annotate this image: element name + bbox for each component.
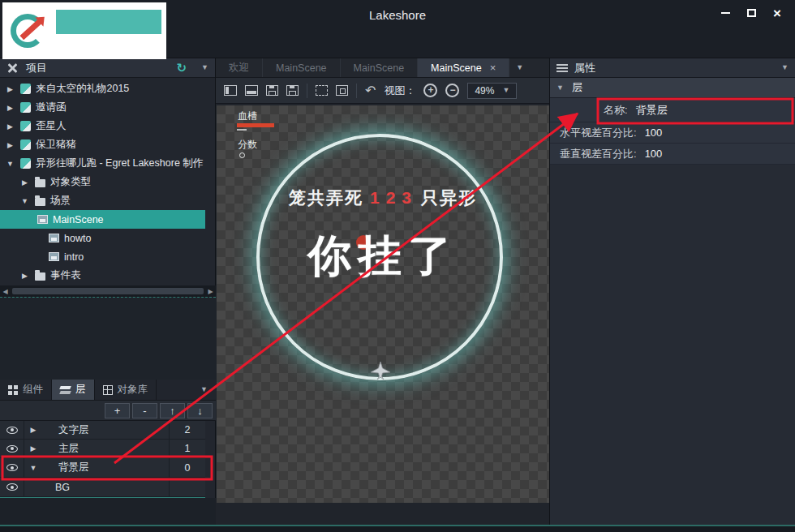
tree-item-scene[interactable]: intro <box>0 247 205 266</box>
tab-label: MainScene <box>431 62 482 74</box>
layer-depth <box>169 478 205 496</box>
collapsed-arrow-icon[interactable]: ▶ <box>24 426 42 434</box>
project-panel-header: 项目 ↻ ▼ <box>0 58 215 78</box>
tab-components[interactable]: 组件 <box>0 380 52 400</box>
tree-item-project[interactable]: ▶ 保卫猪猪 <box>0 135 205 154</box>
tab-mainscene-2[interactable]: MainScene <box>341 58 419 77</box>
panel-tabs-caret-icon[interactable]: ▼ <box>200 386 208 393</box>
property-label: 名称: <box>604 103 628 118</box>
align-panel-bottom-icon[interactable] <box>245 85 258 96</box>
tab-label: 组件 <box>23 383 43 397</box>
property-value-parallax-x[interactable]: 100 <box>645 127 663 139</box>
collapsed-arrow-icon[interactable]: ▶ <box>19 272 30 280</box>
undo-icon[interactable]: ↶ <box>365 84 376 97</box>
collapsed-arrow-icon[interactable]: ▶ <box>24 444 42 453</box>
zoom-level-value: 49% <box>475 85 494 97</box>
eye-icon <box>6 427 18 434</box>
visibility-toggle[interactable] <box>0 478 24 496</box>
maximize-button[interactable] <box>740 3 763 23</box>
property-row-parallax-x[interactable]: 水平视差百分比: 100 <box>550 122 795 144</box>
tree-item-project[interactable]: ▶ 歪星人 <box>0 117 205 135</box>
project-tree: ▶ 来自太空的礼物2015 ▶ 邀请函 ▶ 歪星人 ▶ 保卫猪猪 ▼ <box>0 79 205 285</box>
tree-item-label: 歪星人 <box>36 119 67 133</box>
property-row-parallax-y[interactable]: 垂直视差百分比: 100 <box>550 144 795 165</box>
layer-row-main[interactable]: ▶ 主层 1 <box>0 440 205 458</box>
tree-item-folder[interactable]: ▶ 对象类型 <box>0 173 205 191</box>
minimize-button[interactable] <box>714 3 737 23</box>
layer-move-up-button[interactable]: ↑ <box>160 403 185 418</box>
tab-label: 欢迎 <box>229 61 249 75</box>
properties-menu-caret-icon[interactable]: ▼ <box>781 64 789 71</box>
zoom-level-select[interactable]: 49% ▼ <box>467 83 517 99</box>
layer-move-down-button[interactable]: ↓ <box>187 403 213 418</box>
folder-icon <box>35 198 45 206</box>
expanded-arrow-icon[interactable]: ▼ <box>24 464 42 472</box>
collapsed-arrow-icon[interactable]: ▶ <box>19 178 30 187</box>
tree-item-project[interactable]: ▼ 异形往哪儿跑 - Egret Lakeshore 制作 <box>0 154 205 173</box>
save-icon[interactable] <box>266 85 278 96</box>
tab-close-icon[interactable]: × <box>490 62 496 73</box>
scroll-left-icon[interactable]: ◀ <box>0 288 11 295</box>
tree-item-folder[interactable]: ▶ 事件表 <box>0 266 205 285</box>
layer-name: 文字层 <box>42 423 169 437</box>
property-value-parallax-y[interactable]: 100 <box>645 148 663 160</box>
player-ship-sprite <box>371 362 390 380</box>
property-value-name[interactable]: 背景层 <box>636 103 668 118</box>
tree-item-project[interactable]: ▶ 来自太空的礼物2015 <box>0 79 205 98</box>
tab-layers[interactable]: 层 <box>52 380 95 400</box>
property-row-name[interactable]: 名称: 背景层 <box>550 98 795 122</box>
tree-item-scene-selected[interactable]: MainScene <box>0 210 205 229</box>
visibility-toggle[interactable] <box>0 421 24 439</box>
minimize-icon <box>721 12 730 14</box>
refresh-icon[interactable]: ↻ <box>177 61 187 75</box>
tab-mainscene-active[interactable]: MainScene × <box>418 58 509 77</box>
collapsed-arrow-icon[interactable]: ▶ <box>5 104 15 112</box>
layer-row-background[interactable]: ▼ 背景层 0 <box>0 458 205 478</box>
editor-canvas[interactable]: 血槽 分数 笼共弄死123只异形 你挂了 <box>217 105 549 503</box>
project-icon <box>20 158 31 169</box>
zoom-in-icon[interactable]: + <box>423 84 437 97</box>
layer-list: ▶ 文字层 2 ▶ 主层 1 ▼ 背景层 0 BG <box>0 421 205 498</box>
scroll-right-icon[interactable]: ▶ <box>205 288 216 295</box>
layer-section-header[interactable]: ▼ 层 <box>550 78 795 98</box>
layer-row-bg-child[interactable]: BG <box>0 478 205 497</box>
fit-view-icon[interactable] <box>336 85 348 96</box>
layer-add-button[interactable]: + <box>105 403 130 418</box>
tab-welcome[interactable]: 欢迎 <box>216 58 263 77</box>
tree-horizontal-scrollbar[interactable]: ◀ ▶ <box>0 285 216 297</box>
tab-label: 层 <box>75 383 86 397</box>
properties-icon <box>556 63 568 72</box>
tab-mainscene-1[interactable]: MainScene <box>263 58 341 77</box>
tab-label: 对象库 <box>118 383 148 397</box>
layer-remove-button[interactable]: - <box>132 403 157 418</box>
selection-marquee-icon[interactable] <box>316 85 328 96</box>
zoom-out-icon[interactable]: − <box>445 84 459 97</box>
project-icon <box>20 102 31 113</box>
collapsed-arrow-icon[interactable]: ▶ <box>5 85 15 93</box>
section-expanded-arrow-icon[interactable]: ▼ <box>556 84 564 92</box>
kill-count-prefix: 笼共弄死 <box>289 188 363 207</box>
project-menu-caret-icon[interactable]: ▼ <box>201 64 208 71</box>
expanded-arrow-icon[interactable]: ▼ <box>19 197 30 205</box>
scrollbar-thumb[interactable] <box>12 288 204 294</box>
layer-row-text[interactable]: ▶ 文字层 2 <box>0 421 205 440</box>
tree-item-scene[interactable]: howto <box>0 229 205 247</box>
tree-item-label: 来自太空的礼物2015 <box>36 82 129 96</box>
layer-toolbar: + - ↑ ↓ <box>0 401 216 421</box>
collapsed-arrow-icon[interactable]: ▶ <box>5 122 15 131</box>
align-panel-left-icon[interactable] <box>224 85 237 96</box>
tab-list-caret-icon[interactable]: ▼ <box>516 64 523 71</box>
layer-name: 主层 <box>42 442 169 456</box>
collapsed-arrow-icon[interactable]: ▶ <box>5 141 15 149</box>
tab-object-library[interactable]: 对象库 <box>95 380 157 400</box>
properties-panel-header: 属性 ▼ <box>550 58 795 78</box>
property-label: 垂直视差百分比: <box>560 147 637 161</box>
save-all-icon[interactable] <box>286 85 299 96</box>
hp-bar <box>237 123 274 127</box>
visibility-toggle[interactable] <box>0 458 24 477</box>
tree-item-folder[interactable]: ▼ 场景 <box>0 191 205 210</box>
tree-item-project[interactable]: ▶ 邀请函 <box>0 98 205 117</box>
close-button[interactable]: × <box>766 3 789 23</box>
expanded-arrow-icon[interactable]: ▼ <box>5 160 15 168</box>
visibility-toggle[interactable] <box>0 440 24 457</box>
